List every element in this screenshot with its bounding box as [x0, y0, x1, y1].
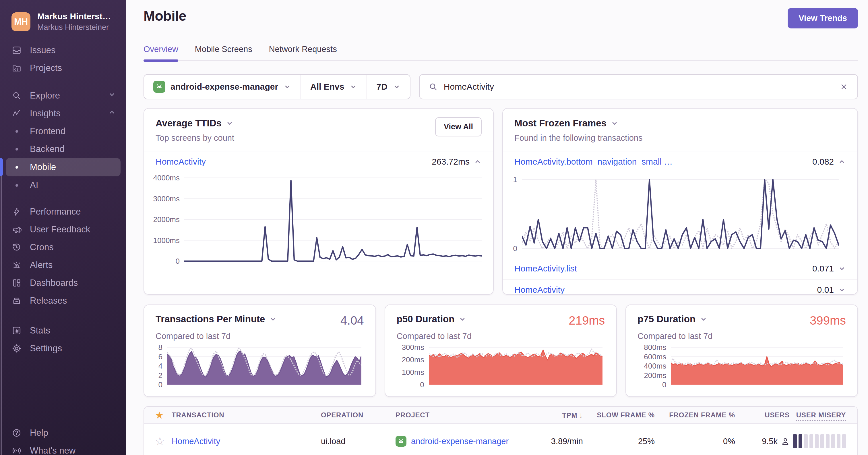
sidebar-item-label: Backend [30, 144, 65, 154]
date-range-value: 7D [376, 82, 387, 92]
sidebar-bottom-group: Help What's new [0, 424, 126, 455]
star-toggle-icon[interactable]: ☆ [155, 435, 165, 447]
p50-area-chart [429, 344, 605, 388]
sidebar-item-label: Help [30, 428, 48, 438]
y-axis-labels: 86420 [156, 344, 167, 388]
column-header-operation[interactable]: OPERATION [319, 411, 394, 419]
sidebar-item-settings[interactable]: Settings [0, 340, 126, 357]
sidebar-item-explore[interactable]: Explore [0, 87, 126, 105]
column-header-user-misery[interactable]: USER MISERY [795, 411, 857, 419]
broadcast-icon [11, 446, 22, 455]
clear-search-icon[interactable] [840, 82, 848, 91]
sidebar: MH Markus Hinterst… Markus Hintersteiner… [0, 0, 126, 455]
expand-icon[interactable] [838, 264, 846, 273]
chevron-down-icon[interactable] [611, 119, 619, 127]
sidebar-item-performance[interactable]: Performance [0, 203, 126, 221]
y-axis-labels: 4000ms3000ms2000ms1000ms0 [150, 175, 184, 264]
card-subtitle: Top screens by count [156, 133, 482, 143]
sidebar-item-help[interactable]: Help [0, 424, 126, 442]
column-header-users[interactable]: USERS [763, 411, 792, 419]
frozen-frames-line-chart [522, 177, 846, 251]
sidebar-item-stats[interactable]: Stats [0, 322, 126, 340]
help-icon [11, 428, 22, 438]
card-subtitle: Found in the following transactions [515, 133, 846, 143]
column-header-frozen-frame[interactable]: FROZEN FRAME % [668, 411, 737, 419]
org-switcher[interactable]: MH Markus Hinterst… Markus Hintersteiner [0, 0, 126, 32]
sidebar-item-label: AI [30, 180, 38, 191]
sidebar-item-releases[interactable]: Releases [0, 292, 126, 310]
chevron-down-icon[interactable] [458, 315, 466, 323]
card-title: Transactions Per Minute [156, 314, 265, 324]
sidebar-item-crons[interactable]: Crons [0, 238, 126, 256]
dashboard-layout-icon [11, 278, 22, 288]
search-bar [419, 74, 858, 99]
chevron-down-icon [393, 83, 401, 91]
sidebar-item-mobile[interactable]: Mobile [6, 158, 121, 176]
frozen-transaction-link[interactable]: HomeActivity.list [515, 264, 577, 274]
transaction-link[interactable]: HomeActivity [172, 436, 220, 446]
card-title: Average TTIDs [156, 118, 222, 129]
sidebar-item-backend[interactable]: Backend [0, 140, 126, 158]
starred-filter-icon[interactable]: ★ [155, 409, 164, 421]
view-trends-button[interactable]: View Trends [787, 8, 858, 28]
search-input[interactable] [444, 82, 833, 92]
collapse-icon[interactable] [474, 158, 482, 166]
card-subtitle: Compared to last 7d [156, 332, 364, 341]
sidebar-item-label: Performance [30, 206, 81, 217]
tab-mobile-screens[interactable]: Mobile Screens [195, 45, 252, 60]
p75-value: 399ms [810, 314, 846, 328]
main-content: Mobile View Trends Overview Mobile Scree… [126, 0, 868, 455]
column-header-slow-frame[interactable]: SLOW FRAME % [595, 411, 656, 419]
sidebar-item-alerts[interactable]: Alerts [0, 256, 126, 274]
sidebar-item-ai[interactable]: AI [0, 176, 126, 194]
project-link[interactable]: android-expense-manager [411, 436, 508, 446]
chevron-up-icon [108, 108, 116, 119]
frozen-transaction-link[interactable]: HomeActivity [515, 285, 565, 295]
sidebar-item-projects[interactable]: Projects [0, 59, 126, 77]
android-platform-icon [396, 436, 406, 447]
chevron-down-icon[interactable] [226, 119, 234, 127]
bar-chart-icon [11, 325, 22, 336]
chevron-down-icon[interactable] [269, 315, 277, 323]
tab-network-requests[interactable]: Network Requests [269, 45, 337, 60]
sidebar-item-issues[interactable]: Issues [0, 41, 126, 59]
sidebar-item-label: Frontend [30, 126, 65, 137]
app-window: MH Markus Hinterst… Markus Hintersteiner… [0, 0, 868, 455]
sidebar-item-label: Dashboards [30, 278, 78, 288]
sidebar-item-label: Stats [30, 325, 50, 336]
frozen-rate-value: 0.082 [812, 157, 834, 167]
expand-icon[interactable] [838, 286, 846, 294]
column-header-project[interactable]: PROJECT [394, 411, 526, 419]
org-name: Markus Hintersteiner [37, 23, 111, 32]
sidebar-item-dashboards[interactable]: Dashboards [0, 274, 126, 292]
project-selector[interactable]: android-expense-manager [144, 75, 301, 99]
y-axis-labels: 10 [508, 177, 522, 251]
table-row: ☆ HomeActivity ui.load android-expense-m… [144, 424, 857, 455]
collapse-icon[interactable] [838, 158, 846, 166]
sidebar-item-frontend[interactable]: Frontend [0, 122, 126, 140]
p75-duration-card: p75 Duration 399ms Compared to last 7d 8… [625, 305, 858, 397]
chevron-down-icon[interactable] [700, 315, 708, 323]
p50-value: 219ms [569, 314, 605, 328]
column-header-transaction[interactable]: TRANSACTION [170, 411, 319, 419]
gear-icon [11, 343, 22, 353]
sort-desc-icon: ↓ [579, 411, 583, 419]
sidebar-item-insights[interactable]: Insights [0, 105, 126, 122]
column-header-tpm[interactable]: TPM↓ [560, 411, 585, 420]
issues-icon [11, 45, 22, 55]
view-all-button[interactable]: View All [435, 117, 482, 137]
ttid-transaction-link[interactable]: HomeActivity [156, 157, 206, 167]
sidebar-item-label: Crons [30, 242, 54, 253]
card-subtitle: Compared to last 7d [638, 332, 846, 341]
tpm-card: Transactions Per Minute 4.04 Compared to… [144, 305, 376, 397]
sidebar-item-whats-new[interactable]: What's new [0, 442, 126, 455]
frozen-transaction-link[interactable]: HomeActivity.bottom_navigation_small … [515, 157, 673, 167]
sidebar-item-user-feedback[interactable]: User Feedback [0, 221, 126, 238]
tab-overview[interactable]: Overview [144, 45, 178, 60]
most-frozen-frames-card: Most Frozen Frames Found in the followin… [502, 108, 858, 295]
date-range-selector[interactable]: 7D [367, 75, 410, 99]
sidebar-item-label: Insights [30, 108, 61, 119]
sidebar-scrollbar[interactable] [1, 175, 2, 455]
environment-selector[interactable]: All Envs [301, 75, 367, 99]
search-icon [11, 90, 22, 101]
